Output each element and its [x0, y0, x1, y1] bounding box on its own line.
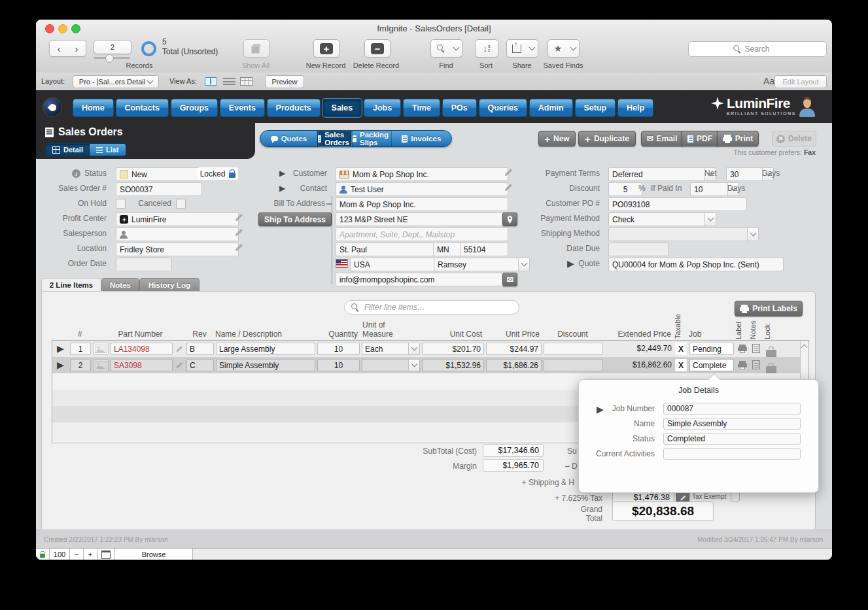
form-view-icon[interactable] — [205, 77, 217, 86]
nav-admin[interactable]: Admin — [529, 99, 573, 117]
edit-location-icon[interactable] — [234, 243, 245, 254]
row-part-number-cell[interactable]: SA3098 — [111, 359, 173, 371]
job-name-field[interactable]: Simple Assembly — [663, 418, 801, 430]
row-taxable-flag[interactable]: X — [675, 359, 687, 371]
status-field[interactable]: New — [116, 167, 202, 181]
edit-layout-button[interactable]: Edit Layout — [774, 75, 827, 88]
nav-queries[interactable]: Queries — [479, 99, 527, 117]
row-unit-price-cell[interactable]: $1,686.26 — [486, 359, 542, 371]
canceled-checkbox[interactable] — [176, 199, 186, 209]
payment-terms-select[interactable]: Deferred — [608, 167, 716, 181]
map-pin-button[interactable] — [502, 212, 517, 226]
mode-selector[interactable]: Browse — [115, 549, 193, 560]
filter-input[interactable] — [363, 302, 483, 313]
job-status-field[interactable]: Completed — [663, 433, 801, 445]
nav-sales[interactable]: Sales — [322, 99, 362, 117]
row-print-icon[interactable] — [738, 345, 747, 353]
contact-field[interactable]: Test User — [336, 182, 508, 196]
list-view-button[interactable]: List — [90, 144, 126, 156]
edit-contact-icon[interactable] — [504, 183, 514, 194]
tax-exempt-checkbox[interactable] — [731, 492, 740, 501]
tab-line-items[interactable]: 2 Line Items — [41, 278, 101, 292]
row-taxable-flag[interactable]: X — [675, 343, 687, 355]
user-avatar[interactable] — [798, 96, 816, 117]
quote-field[interactable]: QU00004 for Mom & Pop Shop Inc. (Sent) — [608, 258, 784, 271]
tab-packing-slips[interactable]: Packing Slips — [352, 131, 391, 146]
row-detail-arrow-icon[interactable]: ▶ — [57, 344, 64, 353]
nav-home[interactable]: Home — [73, 99, 114, 117]
preview-button[interactable]: Preview — [265, 75, 304, 88]
row-name-cell[interactable]: Simple Assembly — [216, 359, 315, 371]
ship-to-address-button[interactable]: Ship To Address — [258, 212, 332, 226]
new-record-button[interactable]: + — [313, 39, 339, 58]
row-unit-price-cell[interactable]: $244.97 — [486, 343, 542, 355]
payment-method-select[interactable]: Check — [608, 212, 716, 226]
zip-field[interactable]: 55104 — [460, 243, 508, 256]
street-field[interactable]: 123 M&P Street NE — [336, 212, 508, 226]
tab-history-log[interactable]: History Log — [139, 278, 200, 292]
search-input[interactable] — [744, 44, 782, 54]
location-field[interactable]: Fridley Store — [116, 243, 239, 256]
current-activities-field[interactable] — [663, 448, 801, 460]
shipping-method-select[interactable] — [608, 228, 759, 241]
duplicate-button[interactable]: +Duplicate — [578, 131, 636, 146]
row-uom-select[interactable]: Each — [362, 343, 420, 355]
row-unit-cost-cell[interactable]: $201.70 — [422, 343, 484, 355]
bill-to-name-field[interactable]: Mom & Pop Shop Inc. — [336, 197, 508, 211]
row-uom-select[interactable] — [362, 359, 420, 371]
order-date-field[interactable] — [116, 258, 172, 271]
row-qty-cell[interactable]: 10 — [317, 343, 360, 355]
row-job-cell[interactable]: Complete — [689, 359, 734, 371]
goto-quote-arrow-icon[interactable]: ▶ — [567, 259, 574, 268]
edit-profit-center-icon[interactable] — [234, 213, 245, 224]
layout-selector[interactable]: Pro - |Sal...ers Detail — [73, 75, 159, 88]
nav-products[interactable]: Products — [267, 99, 321, 117]
row-job-cell[interactable]: Pending — [689, 343, 734, 355]
toggle-statusbar-button[interactable] — [97, 549, 115, 560]
nav-events[interactable]: Events — [220, 99, 265, 117]
edit-part-icon[interactable] — [175, 360, 186, 371]
sort-button[interactable]: ↓az — [475, 39, 498, 58]
new-button[interactable]: +New — [538, 131, 576, 146]
find-button[interactable] — [430, 39, 451, 58]
table-view-icon[interactable] — [240, 77, 252, 86]
nav-pos[interactable]: POs — [442, 99, 477, 117]
row-part-number-cell[interactable]: LA134098 — [111, 343, 173, 355]
salesperson-field[interactable] — [116, 228, 239, 241]
row-notes-icon[interactable] — [752, 360, 760, 369]
nav-groups[interactable]: Groups — [171, 99, 218, 117]
row-notes-icon[interactable] — [752, 344, 760, 353]
record-number-field[interactable]: 2 — [94, 40, 131, 54]
scroll-up-icon[interactable] — [801, 345, 808, 351]
edit-part-icon[interactable] — [175, 344, 186, 354]
tab-quotes[interactable]: Quotes — [260, 131, 317, 146]
date-due-field[interactable] — [608, 243, 668, 256]
share-button[interactable] — [506, 39, 527, 58]
table-row[interactable]: ▶ 1 LA134098 B Large Assembly 10 Each $2… — [52, 341, 800, 358]
discount-field[interactable]: 5 — [608, 182, 642, 196]
row-discount-cell[interactable] — [544, 343, 603, 355]
row-rev-cell[interactable]: B — [186, 343, 214, 355]
customer-field[interactable]: Mom & Pop Shop Inc. — [336, 167, 508, 181]
zoom-lock-button[interactable] — [36, 549, 50, 560]
list-view-icon[interactable] — [223, 77, 235, 86]
goto-job-arrow-icon[interactable]: ▶ — [597, 405, 604, 414]
print-labels-button[interactable]: Print Labels — [735, 301, 803, 316]
print-button[interactable]: Print — [717, 131, 759, 146]
zoom-out-button[interactable]: − — [70, 549, 84, 560]
goto-contact-arrow-icon[interactable]: ▶ — [279, 184, 285, 192]
nav-help[interactable]: Help — [617, 99, 653, 117]
show-all-button[interactable] — [243, 39, 269, 58]
goto-customer-arrow-icon[interactable]: ▶ — [279, 169, 285, 177]
row-discount-cell[interactable] — [544, 359, 603, 371]
find-dropdown-button[interactable] — [450, 39, 462, 58]
detail-view-button[interactable]: Detail — [46, 144, 90, 156]
job-number-field[interactable]: 000087 — [663, 403, 801, 415]
zoom-in-button[interactable]: + — [84, 549, 97, 560]
text-formatting-icon[interactable]: Aa — [763, 76, 774, 86]
row-name-cell[interactable]: Large Assembly — [216, 343, 315, 355]
nav-time[interactable]: Time — [403, 99, 440, 117]
address2-field[interactable]: Apartment, Suite, Dept., Mailstop — [336, 228, 508, 241]
saved-finds-button[interactable]: ★ — [547, 39, 568, 58]
email-field[interactable]: info@mompopshopinc.com — [336, 273, 508, 286]
